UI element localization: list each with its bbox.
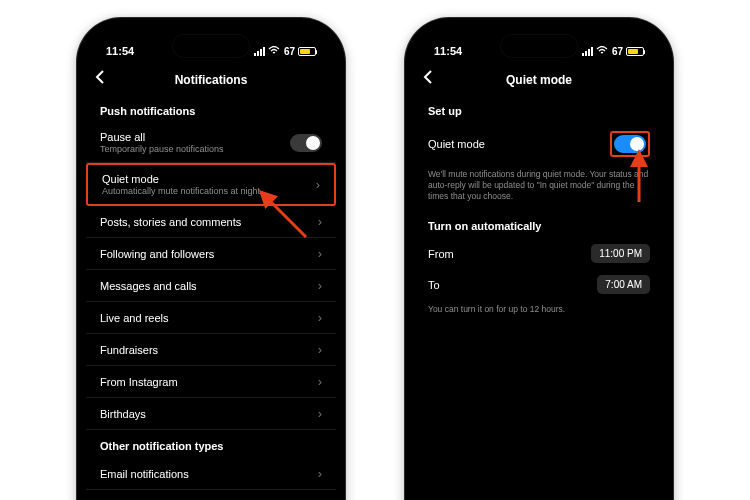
- label: From Instagram: [100, 376, 178, 388]
- navbar: Quiet mode: [414, 65, 664, 95]
- duration-note: You can turn it on for up to 12 hours.: [414, 300, 664, 323]
- label: Live and reels: [100, 312, 169, 324]
- back-button[interactable]: [422, 69, 434, 90]
- pause-label: Pause all: [100, 131, 224, 143]
- cellular-icon: [582, 47, 593, 56]
- label: Following and followers: [100, 248, 214, 260]
- quiet-mode-toggle[interactable]: [614, 135, 646, 153]
- statusbar-time: 11:54: [106, 45, 134, 57]
- row-shopping[interactable]: Shopping ›: [86, 490, 336, 500]
- chevron-right-icon: ›: [318, 374, 322, 389]
- wifi-icon: [268, 45, 280, 57]
- quiet-desc: We'll mute notifications during quiet mo…: [414, 165, 664, 210]
- chevron-right-icon: ›: [318, 342, 322, 357]
- battery-percent: 67: [612, 46, 623, 57]
- label: Birthdays: [100, 408, 146, 420]
- row-email[interactable]: Email notifications ›: [86, 458, 336, 490]
- row-quiet-mode[interactable]: Quiet mode Automatically mute notificati…: [86, 163, 336, 206]
- row-posts[interactable]: Posts, stories and comments ›: [86, 206, 336, 238]
- toggle-label: Quiet mode: [428, 138, 485, 150]
- chevron-right-icon: ›: [318, 278, 322, 293]
- label: Email notifications: [100, 468, 189, 480]
- section-other: Other notification types: [86, 430, 336, 458]
- row-from[interactable]: From 11:00 PM: [414, 238, 664, 269]
- content-area: Push notifications Pause all Temporarily…: [86, 95, 336, 500]
- row-fundraisers[interactable]: Fundraisers ›: [86, 334, 336, 366]
- label: Fundraisers: [100, 344, 158, 356]
- statusbar-time: 11:54: [434, 45, 462, 57]
- battery-icon: [626, 47, 644, 56]
- row-birthdays[interactable]: Birthdays ›: [86, 398, 336, 430]
- label: Posts, stories and comments: [100, 216, 241, 228]
- quiet-label: Quiet mode: [102, 173, 260, 185]
- chevron-right-icon: ›: [318, 406, 322, 421]
- page-title: Notifications: [175, 73, 248, 87]
- row-to[interactable]: To 7:00 AM: [414, 269, 664, 300]
- chevron-right-icon: ›: [318, 466, 322, 481]
- row-quiet-toggle: Quiet mode: [414, 123, 664, 165]
- section-setup: Set up: [414, 95, 664, 123]
- from-time[interactable]: 11:00 PM: [591, 244, 650, 263]
- row-from-instagram[interactable]: From Instagram ›: [86, 366, 336, 398]
- from-label: From: [428, 248, 454, 260]
- label: Messages and calls: [100, 280, 197, 292]
- navbar: Notifications: [86, 65, 336, 95]
- row-following[interactable]: Following and followers ›: [86, 238, 336, 270]
- battery-icon: [298, 47, 316, 56]
- cellular-icon: [254, 47, 265, 56]
- back-button[interactable]: [94, 69, 106, 90]
- status-right: 67: [254, 45, 316, 57]
- content-area: Set up Quiet mode We'll mute notificatio…: [414, 95, 664, 500]
- phone-right: 11:54 67 Quiet mode Set up Quiet mode: [405, 18, 673, 500]
- battery-percent: 67: [284, 46, 295, 57]
- row-messages[interactable]: Messages and calls ›: [86, 270, 336, 302]
- screen-right: 11:54 67 Quiet mode Set up Quiet mode: [414, 27, 664, 500]
- chevron-right-icon: ›: [318, 246, 322, 261]
- to-label: To: [428, 279, 440, 291]
- to-time[interactable]: 7:00 AM: [597, 275, 650, 294]
- row-pause-all[interactable]: Pause all Temporarily pause notification…: [86, 123, 336, 163]
- row-live[interactable]: Live and reels ›: [86, 302, 336, 334]
- section-auto: Turn on automatically: [414, 210, 664, 238]
- quiet-sub: Automatically mute notifications at nigh…: [102, 186, 260, 196]
- phone-left: 11:54 67 Notifications Push notification…: [77, 18, 345, 500]
- status-right: 67: [582, 45, 644, 57]
- dynamic-island: [173, 35, 249, 57]
- wifi-icon: [596, 45, 608, 57]
- pause-sub: Temporarily pause notifications: [100, 144, 224, 154]
- chevron-right-icon: ›: [318, 310, 322, 325]
- pause-toggle[interactable]: [290, 134, 322, 152]
- page-title: Quiet mode: [506, 73, 572, 87]
- dynamic-island: [501, 35, 577, 57]
- screen-left: 11:54 67 Notifications Push notification…: [86, 27, 336, 500]
- chevron-right-icon: ›: [316, 177, 320, 192]
- chevron-right-icon: ›: [318, 214, 322, 229]
- section-push: Push notifications: [86, 95, 336, 123]
